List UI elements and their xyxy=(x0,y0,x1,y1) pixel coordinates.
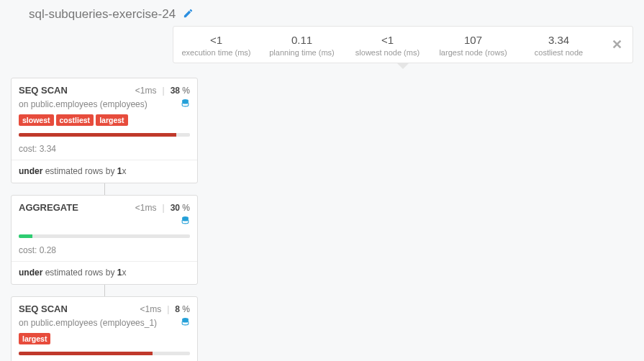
node-percent: 30 % xyxy=(171,203,190,213)
tag-slowest: slowest xyxy=(19,114,54,126)
stat-costliest-node: 3.34 costliest node xyxy=(516,27,602,63)
separator: | xyxy=(161,203,166,213)
stat-label: slowest node (ms) xyxy=(349,48,426,57)
stat-label: planning time (ms) xyxy=(263,48,340,57)
cost-label: cost: xyxy=(19,245,37,255)
node-time: <1ms xyxy=(135,86,157,96)
edit-icon[interactable] xyxy=(183,8,194,21)
estimate-row: under estimated rows by 1x xyxy=(12,160,197,183)
node-subtitle: on public.employees (employees_1) xyxy=(19,318,157,328)
database-icon[interactable] xyxy=(181,216,190,227)
separator: | xyxy=(165,304,171,314)
stats-bar: <1 execution time (ms) 0.11 planning tim… xyxy=(173,26,633,63)
cost-value: 3.34 xyxy=(40,144,56,154)
node-header: SEQ SCAN <1ms | 38 % xyxy=(12,78,197,96)
stat-value: 107 xyxy=(435,34,512,47)
tag-largest: largest xyxy=(96,114,127,126)
tag-costliest: costliest xyxy=(56,114,94,126)
database-icon[interactable] xyxy=(181,99,190,110)
plan-node-seq-scan[interactable]: SEQ SCAN <1ms | 38 % on public.employees… xyxy=(11,78,198,183)
stat-largest-node: 107 largest node (rows) xyxy=(430,27,516,63)
stat-value: 3.34 xyxy=(520,34,597,47)
node-tags: slowest costliest largest xyxy=(12,114,197,130)
cost-bar-track xyxy=(19,133,190,137)
cost-bar-fill xyxy=(19,133,176,137)
stat-label: costliest node xyxy=(520,48,597,57)
database-icon[interactable] xyxy=(181,317,190,329)
title-row: sql-subqueries-exercise-24 xyxy=(29,7,630,22)
plan-tree: SEQ SCAN <1ms | 38 % on public.employees… xyxy=(0,69,644,361)
node-tags: largest xyxy=(12,333,197,349)
node-subtitle-row xyxy=(12,213,197,232)
node-time: <1ms xyxy=(135,203,157,213)
plan-node-aggregate[interactable]: AGGREGATE <1ms | 30 % cost: 0.28 under e… xyxy=(11,195,198,285)
node-subtitle: on public.employees (employees) xyxy=(19,99,148,109)
stat-label: execution time (ms) xyxy=(178,48,255,57)
close-icon[interactable]: ✕ xyxy=(602,37,632,52)
connector-line xyxy=(104,285,105,296)
cost-bar-track xyxy=(19,352,190,355)
node-time: <1ms xyxy=(140,304,161,314)
node-subtitle-row: on public.employees (employees) xyxy=(12,96,197,114)
node-title: SEQ SCAN xyxy=(19,303,135,314)
stat-label: largest node (rows) xyxy=(435,48,512,57)
node-percent: 38 % xyxy=(171,86,190,96)
stat-value: <1 xyxy=(349,34,426,47)
plan-node-seq-scan-2[interactable]: SEQ SCAN <1ms | 8 % on public.employees … xyxy=(11,296,198,361)
separator: | xyxy=(161,86,166,96)
node-subtitle-row: on public.employees (employees_1) xyxy=(12,314,197,333)
cost-row: cost: 0.28 xyxy=(12,242,197,262)
stat-planning-time: 0.11 planning time (ms) xyxy=(259,27,345,63)
stat-value: 0.11 xyxy=(263,34,340,47)
stat-slowest-node: <1 slowest node (ms) xyxy=(345,27,430,63)
cost-bar-fill xyxy=(19,352,153,355)
stats-pointer-icon xyxy=(396,63,409,69)
cost-bar-track xyxy=(19,234,190,238)
cost-row: cost: 3.34 xyxy=(12,141,197,160)
cost-label: cost: xyxy=(19,144,37,154)
node-header: SEQ SCAN <1ms | 8 % xyxy=(12,297,197,314)
tag-largest: largest xyxy=(19,333,50,344)
stat-execution-time: <1 execution time (ms) xyxy=(173,27,259,63)
cost-value: 0.28 xyxy=(40,245,56,255)
node-percent: 8 % xyxy=(175,304,190,314)
stat-value: <1 xyxy=(178,34,255,47)
node-header: AGGREGATE <1ms | 30 % xyxy=(12,196,197,213)
estimate-row: under estimated rows by 1x xyxy=(12,262,197,284)
node-title: AGGREGATE xyxy=(19,202,131,213)
cost-bar-fill xyxy=(19,234,32,238)
connector-line xyxy=(104,183,105,195)
page-title: sql-subqueries-exercise-24 xyxy=(29,7,176,22)
header: sql-subqueries-exercise-24 <1 execution … xyxy=(0,0,644,69)
node-title: SEQ SCAN xyxy=(19,85,131,96)
